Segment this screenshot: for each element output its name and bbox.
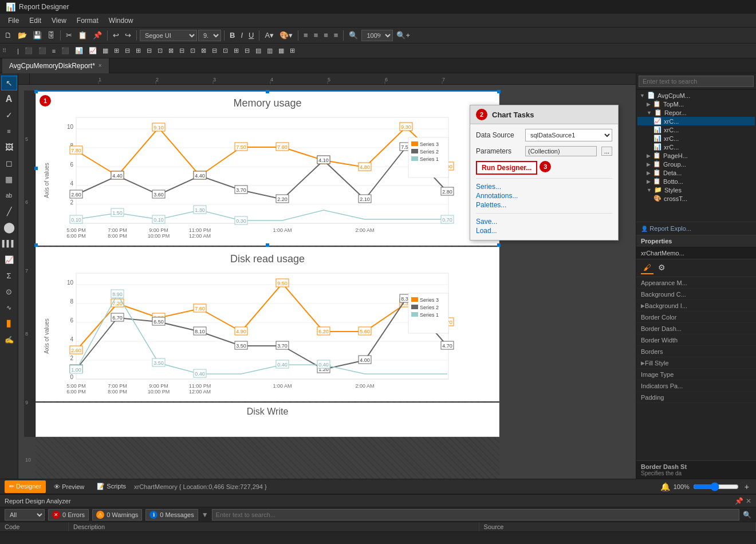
- tree-item-root[interactable]: ▼ 📄 AvgCpuM...: [637, 91, 755, 100]
- props-row-borders[interactable]: Borders: [636, 346, 756, 357]
- tool-ab[interactable]: ab: [1, 188, 17, 203]
- sel-handle-br[interactable]: [497, 243, 501, 247]
- t2-btn4[interactable]: ≡: [50, 45, 58, 57]
- bold-btn[interactable]: B: [227, 29, 237, 42]
- tool-memo[interactable]: ≡: [1, 124, 17, 139]
- tool-chart[interactable]: 📈: [1, 252, 17, 267]
- paste-btn[interactable]: 📌: [90, 29, 104, 42]
- ct-params-btn[interactable]: ...: [601, 147, 612, 156]
- underline-btn[interactable]: U: [246, 29, 256, 42]
- t2-btn23[interactable]: ▥: [265, 45, 275, 57]
- analyzer-filter-select[interactable]: All: [5, 509, 45, 521]
- sel-handle-left[interactable]: [34, 167, 38, 170]
- tab-scripts-btn[interactable]: 📝 Scripts: [92, 480, 131, 493]
- analyzer-warnings-badge[interactable]: ⚠ 0 Warnings: [92, 509, 142, 521]
- analyzer-pin-btn[interactable]: 📌: [735, 497, 743, 505]
- bgcolor-btn[interactable]: 🎨▾: [277, 29, 295, 42]
- props-row-imagetype[interactable]: Image Type: [636, 369, 756, 380]
- t2-btn19[interactable]: ⊡: [220, 45, 230, 57]
- open-btn[interactable]: 📂: [15, 29, 29, 42]
- chart1-container[interactable]: 1 Memory usage 0 2: [36, 90, 499, 246]
- cut-btn[interactable]: ✂: [64, 29, 74, 42]
- t2-btn10[interactable]: ⊟: [123, 45, 132, 57]
- t2-btn5[interactable]: ⬛: [59, 45, 72, 57]
- tab-designer-btn[interactable]: ✏ Designer: [5, 480, 46, 493]
- tool-sign[interactable]: ✍: [1, 332, 17, 347]
- chart2-container[interactable]: Disk read usage 0 2 4 6 8 10: [36, 247, 499, 401]
- t2-btn13[interactable]: ⊡: [155, 45, 165, 57]
- zoom-out-btn[interactable]: 🔍: [346, 29, 360, 42]
- t2-btn20[interactable]: ⊞: [231, 45, 241, 57]
- ct-palettes-link[interactable]: Palettes...: [476, 200, 612, 210]
- tool-line[interactable]: ╱: [1, 204, 17, 219]
- tool-sparkline[interactable]: ∿: [1, 300, 17, 315]
- t2-btn1[interactable]: |: [15, 45, 21, 57]
- copy-btn[interactable]: 📋: [76, 29, 89, 42]
- t2-btn17[interactable]: ⊠: [199, 45, 208, 57]
- tree-item-pageh[interactable]: ▶ 📋 PageH...: [637, 151, 755, 160]
- zoom-slider[interactable]: [693, 483, 739, 491]
- sel-handle-tr[interactable]: [497, 90, 501, 93]
- props-brush-icon[interactable]: 🖌: [641, 262, 653, 274]
- zoom-in-btn[interactable]: 🔍+: [394, 29, 412, 42]
- align-justify-btn[interactable]: ≡: [332, 29, 341, 42]
- font-select[interactable]: Segoe UI: [140, 30, 197, 41]
- ct-load-link[interactable]: Load...: [476, 226, 612, 235]
- tool-barcode[interactable]: ▊: [1, 316, 17, 331]
- align-left-btn[interactable]: ≡: [301, 29, 310, 42]
- analyzer-search-input[interactable]: [212, 509, 739, 521]
- t2-btn8[interactable]: ▦: [100, 45, 111, 57]
- tree-item-crosst[interactable]: 🎨 crossT...: [637, 194, 755, 203]
- tool-sigma[interactable]: Σ: [1, 268, 17, 283]
- t2-btn22[interactable]: ▤: [253, 45, 263, 57]
- t2-btn2[interactable]: ⬛: [22, 45, 35, 57]
- menu-file[interactable]: File: [3, 15, 23, 26]
- menu-view[interactable]: View: [47, 15, 71, 26]
- analyzer-errors-badge[interactable]: ✕ 0 Errors: [48, 509, 89, 521]
- save-btn[interactable]: 💾: [30, 29, 44, 42]
- tree-item-styles[interactable]: ▼ 📁 Styles: [637, 186, 755, 194]
- tree-item-xrc2[interactable]: 📊 xrC...: [637, 125, 755, 134]
- undo-btn[interactable]: ↩: [111, 29, 121, 42]
- t2-btn11[interactable]: ⊞: [133, 45, 143, 57]
- save-all-btn[interactable]: 🗄: [45, 29, 57, 42]
- report-explorer-link-row[interactable]: 👤 Report Explo...: [636, 222, 756, 235]
- tool-table[interactable]: ▦: [1, 172, 17, 187]
- search-input[interactable]: [639, 76, 754, 87]
- props-row-bgi[interactable]: ▶ Background I...: [636, 300, 756, 312]
- tree-item-deta[interactable]: ▶ 📋 Deta...: [637, 168, 755, 177]
- props-row-padding[interactable]: Padding: [636, 392, 756, 403]
- t2-btn9[interactable]: ⊞: [112, 45, 121, 57]
- zoom-add-btn[interactable]: +: [742, 480, 751, 493]
- t2-btn12[interactable]: ⊟: [144, 45, 154, 57]
- italic-btn[interactable]: I: [238, 29, 245, 42]
- ct-run-designer-btn[interactable]: Run Designer...: [476, 161, 537, 175]
- tool-gauge[interactable]: ⊙: [1, 284, 17, 299]
- t2-btn3[interactable]: ⬛: [36, 45, 49, 57]
- ct-annotations-link[interactable]: Annotations...: [476, 191, 612, 200]
- sel-handle-tl[interactable]: [34, 90, 38, 93]
- redo-btn[interactable]: ↪: [123, 29, 133, 42]
- ct-save-link[interactable]: Save...: [476, 217, 612, 226]
- sel-handle-bl[interactable]: [34, 243, 38, 247]
- t2-btn7[interactable]: 📈: [86, 45, 99, 57]
- toolbar2-grip[interactable]: ⠿: [2, 48, 14, 54]
- color-btn[interactable]: A▾: [262, 29, 276, 42]
- report-explorer-link[interactable]: Report Explo...: [649, 225, 691, 232]
- props-gear-icon[interactable]: ⚙: [656, 262, 668, 274]
- new-btn[interactable]: 🗋: [2, 29, 14, 42]
- tool-shape[interactable]: ◻: [1, 156, 17, 171]
- analyzer-messages-badge[interactable]: ℹ 0 Messages: [145, 509, 198, 521]
- t2-btn14[interactable]: ⊠: [166, 45, 176, 57]
- align-right-btn[interactable]: ≡: [321, 29, 330, 42]
- align-center-btn[interactable]: ≡: [312, 29, 321, 42]
- font-size-select[interactable]: 9.75: [198, 30, 221, 41]
- tree-item-repor[interactable]: ▼ 📋 Repor...: [637, 108, 755, 117]
- t2-btn25[interactable]: ⊞: [288, 45, 297, 57]
- menu-window[interactable]: Window: [104, 15, 138, 26]
- tab-report[interactable]: AvgCpuMemoryDiskReport* ×: [2, 58, 109, 73]
- tool-bar[interactable]: ▌▌▌: [1, 236, 17, 251]
- analyzer-close-btn[interactable]: ✕: [746, 497, 751, 505]
- t2-btn6[interactable]: 📊: [73, 45, 85, 57]
- tool-dot[interactable]: ⬤: [1, 220, 17, 235]
